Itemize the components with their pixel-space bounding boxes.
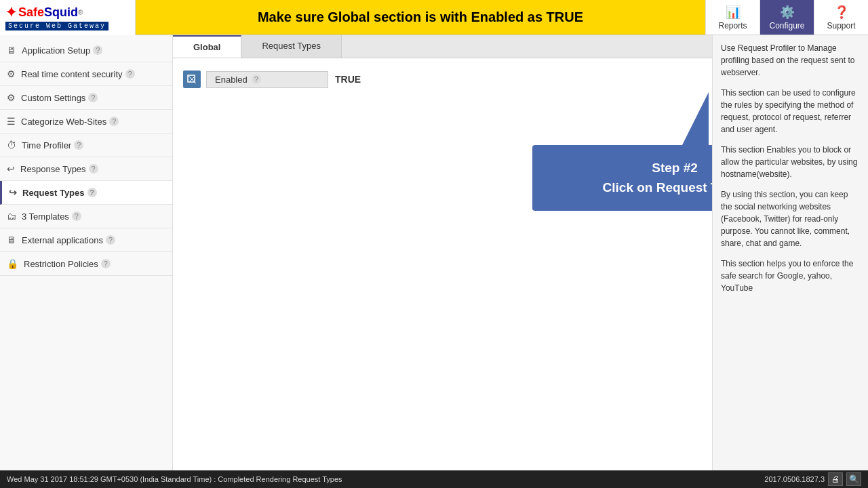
help-icon-time-profiler[interactable]: ? xyxy=(74,140,83,150)
logo-tagline: Secure Web Gateway xyxy=(5,22,108,30)
configure-icon: ⚙️ xyxy=(780,5,795,20)
logo-brand: ✦ SafeSquid® xyxy=(5,4,108,20)
enabled-row: Enabled ? TRUE xyxy=(183,70,702,88)
sidebar-item-external-applications[interactable]: 🖥 External applications ? xyxy=(0,228,172,252)
right-panel: Use Request Profiler to Manage profiling… xyxy=(712,35,868,470)
nav-reports-label: Reports xyxy=(718,21,747,30)
sidebar-item-label: Request Types xyxy=(22,188,85,198)
sidebar-item-label: Categorize Web-Sites xyxy=(21,117,106,127)
right-panel-para-3: This section Enables you to block or all… xyxy=(721,144,860,180)
logo-safesquid-squid: Squid xyxy=(44,5,78,20)
sidebar-item-label: Application Setup xyxy=(22,45,90,56)
categorize-web-sites-icon: ☰ xyxy=(7,116,16,127)
sidebar-item-label: Custom Settings xyxy=(21,93,85,103)
logo-trademark: ® xyxy=(78,9,83,16)
logo-text: ✦ SafeSquid® Secure Web Gateway xyxy=(5,4,108,30)
callout-container: Step #2 Click on Request Types xyxy=(532,92,712,211)
nav-configure-label: Configure xyxy=(769,21,804,30)
help-icon-custom-settings[interactable]: ? xyxy=(88,93,98,102)
enabled-label: Enabled ? xyxy=(206,71,328,88)
enabled-value: TRUE xyxy=(335,74,361,85)
nav-configure[interactable]: ⚙️ Configure xyxy=(760,0,814,35)
nav-reports[interactable]: 📊 Reports xyxy=(705,0,760,35)
application-setup-icon: 🖥 xyxy=(7,45,16,56)
content-body: Enabled ? TRUE Step #2 Click on Request … xyxy=(173,58,712,100)
tab-bar: Global Request Types xyxy=(173,35,712,58)
sidebar-item-label: External applications xyxy=(22,235,103,245)
logo-star: ✦ xyxy=(5,4,17,20)
right-panel-para-1: Use Request Profiler to Manage profiling… xyxy=(721,42,860,79)
sidebar-item-categorize-web-sites[interactable]: ☰ Categorize Web-Sites ? xyxy=(0,110,172,134)
sidebar-item-restriction-policies[interactable]: 🔒 Restriction Policies ? xyxy=(0,252,172,276)
header-nav: 📊 Reports ⚙️ Configure ❓ Support xyxy=(705,0,868,35)
help-icon-request-types[interactable]: ? xyxy=(87,188,97,197)
announcement-banner: Make sure Global section is with Enabled… xyxy=(136,0,705,35)
tab-global[interactable]: Global xyxy=(173,35,241,58)
content-area: Global Request Types Enabled ? TRUE xyxy=(173,35,712,470)
version-text: 2017.0506.1827.3 xyxy=(764,475,825,483)
edit-icon xyxy=(187,75,197,84)
sidebar-item-label: 3 Templates xyxy=(22,211,69,222)
main-layout: 🖥 Application Setup ? ⚙ Real time conten… xyxy=(0,35,868,470)
sidebar-item-real-time-content-security[interactable]: ⚙ Real time content security ? xyxy=(0,62,172,86)
sidebar-item-label: Response Types xyxy=(20,164,86,174)
callout-line2: Click on Request Types xyxy=(549,178,712,198)
help-icon-templates[interactable]: ? xyxy=(72,211,81,221)
status-bar: Wed May 31 2017 18:51:29 GMT+0530 (India… xyxy=(0,470,868,488)
custom-settings-icon: ⚙ xyxy=(7,92,16,103)
sidebar-item-label: Real time content security xyxy=(21,69,123,79)
callout-arrow xyxy=(682,92,709,146)
sidebar-item-response-types[interactable]: ↩ Response Types ? xyxy=(0,157,172,181)
sidebar-item-request-types[interactable]: ↪ Request Types ? xyxy=(0,181,172,205)
sidebar-item-label: Restriction Policies xyxy=(24,259,98,269)
support-icon: ❓ xyxy=(834,5,849,20)
help-icon-external-applications[interactable]: ? xyxy=(106,235,115,245)
edit-button[interactable] xyxy=(183,70,201,88)
help-icon-response-types[interactable]: ? xyxy=(89,164,98,174)
print-button[interactable]: 🖨 xyxy=(828,472,843,486)
sidebar-item-templates[interactable]: 🗂 3 Templates ? xyxy=(0,205,172,228)
logo-area: ✦ SafeSquid® Secure Web Gateway xyxy=(0,0,136,35)
right-panel-para-2: This section can be used to configure th… xyxy=(721,87,860,136)
time-profiler-icon: ⏱ xyxy=(7,140,16,150)
help-icon-application-setup[interactable]: ? xyxy=(93,45,102,55)
sidebar-item-time-profiler[interactable]: ⏱ Time Profiler ? xyxy=(0,134,172,157)
help-icon-restriction-policies[interactable]: ? xyxy=(101,259,111,268)
callout-line1: Step #2 xyxy=(549,159,712,178)
header: ✦ SafeSquid® Secure Web Gateway Make sur… xyxy=(0,0,868,35)
reports-icon: 📊 xyxy=(726,5,741,20)
sidebar: 🖥 Application Setup ? ⚙ Real time conten… xyxy=(0,35,173,470)
nav-support[interactable]: ❓ Support xyxy=(814,0,868,35)
nav-support-label: Support xyxy=(827,21,855,30)
tab-request-types[interactable]: Request Types xyxy=(241,35,341,58)
restriction-policies-icon: 🔒 xyxy=(7,258,18,269)
help-icon-real-time[interactable]: ? xyxy=(125,69,135,79)
response-types-icon: ↩ xyxy=(7,163,15,174)
logo-safesquid-safe: Safe xyxy=(18,5,44,20)
search-button[interactable]: 🔍 xyxy=(846,472,861,486)
external-applications-icon: 🖥 xyxy=(7,235,16,245)
help-icon-categorize[interactable]: ? xyxy=(109,117,119,126)
status-text: Wed May 31 2017 18:51:29 GMT+0530 (India… xyxy=(7,475,342,483)
callout-box: Step #2 Click on Request Types xyxy=(532,145,712,211)
sidebar-item-label: Time Profiler xyxy=(22,140,71,150)
templates-icon: 🗂 xyxy=(7,211,16,222)
status-right: 2017.0506.1827.3 🖨 🔍 xyxy=(764,472,861,486)
request-types-icon: ↪ xyxy=(9,187,17,198)
sidebar-item-custom-settings[interactable]: ⚙ Custom Settings ? xyxy=(0,86,172,110)
enabled-help-icon[interactable]: ? xyxy=(252,75,261,84)
real-time-content-security-icon: ⚙ xyxy=(7,68,16,79)
right-panel-para-5: This section helps you to enforce the sa… xyxy=(721,258,860,294)
enabled-text: Enabled xyxy=(215,75,248,85)
right-panel-para-4: By using this section, you can keep the … xyxy=(721,188,860,249)
sidebar-item-application-setup[interactable]: 🖥 Application Setup ? xyxy=(0,39,172,62)
